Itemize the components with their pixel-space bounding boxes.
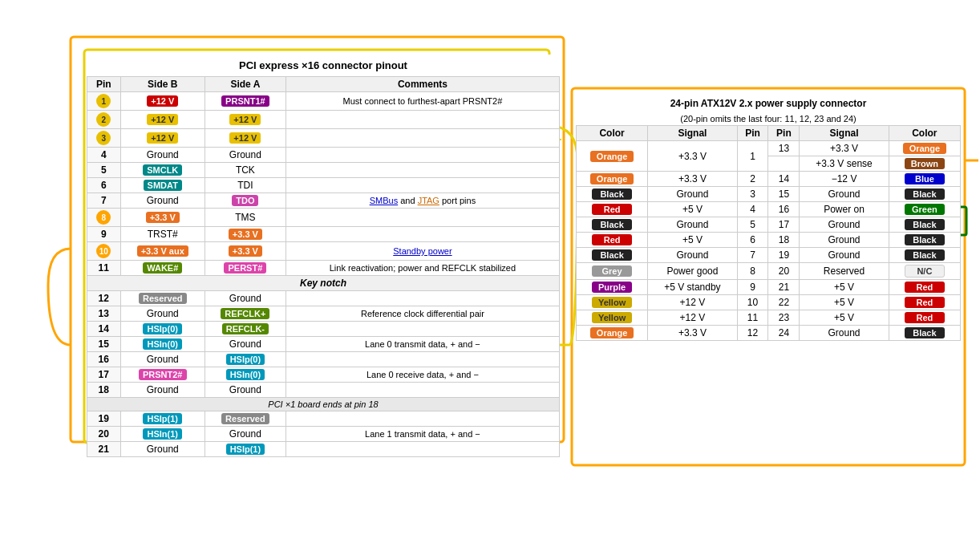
comments-cell: Link reactivation; power and REFCLK stab… xyxy=(285,261,559,276)
atx-color2: Red xyxy=(889,280,960,295)
atx-pin2: 21 xyxy=(768,280,800,295)
atx-pin1: 5 xyxy=(737,217,768,233)
atx-pin1: 11 xyxy=(737,310,768,326)
badge: +12 V xyxy=(229,132,261,144)
atx-signal1: +3.3 V xyxy=(648,141,737,172)
cell-text: TMS xyxy=(235,212,255,223)
atx-pin2-sense xyxy=(768,156,800,172)
atx-col-pin2: Pin xyxy=(768,126,800,141)
comments-cell xyxy=(285,383,559,398)
cell-text: TCK xyxy=(236,164,255,176)
smbus-link[interactable]: SMBus xyxy=(370,196,398,205)
pci-col-sidea: Side A xyxy=(205,77,285,92)
pin-num: 18 xyxy=(87,383,121,398)
color-box: Red xyxy=(592,204,632,215)
atx-color1: Yellow xyxy=(577,310,648,326)
cell-text: Ground xyxy=(147,444,179,455)
cell-text: TRST# xyxy=(148,229,178,240)
atx-pin2: 23 xyxy=(768,310,800,326)
pin-num: 17 xyxy=(87,367,121,383)
color-box: Black xyxy=(905,188,945,200)
pin-num: 19 xyxy=(87,411,121,427)
color-box: Purple xyxy=(592,282,632,293)
pin-circle-yellow: 2 xyxy=(96,112,111,127)
badge: +12 V xyxy=(147,114,178,125)
atx-color1: Black xyxy=(577,248,648,263)
side-a-cell: Ground xyxy=(205,427,285,442)
pci-col-pin: Pin xyxy=(87,77,121,92)
side-a-cell: +3.3 V xyxy=(205,227,285,242)
badge: HSIp(1) xyxy=(226,444,265,455)
atx-color1: Purple xyxy=(577,280,648,295)
atx-pin2: 17 xyxy=(768,217,800,233)
side-b-cell: +12 V xyxy=(120,129,205,148)
cell-text: Ground xyxy=(147,308,179,319)
pin-num: 2 xyxy=(87,111,121,129)
comments-cell: Lane 0 receive data, + and − xyxy=(285,367,559,383)
color-box: Red xyxy=(905,312,945,323)
atx-color2-sense: Brown xyxy=(889,156,960,172)
side-a-cell: Reserved xyxy=(205,411,285,427)
atx-pin2: 20 xyxy=(768,263,800,280)
atx-signal2: Ground xyxy=(800,248,889,263)
badge: REFCLK+ xyxy=(221,308,269,319)
atx-color2: Black xyxy=(889,233,960,248)
atx-color1: Grey xyxy=(577,263,648,280)
pci-col-sideb: Side B xyxy=(120,77,205,92)
side-b-cell: Ground xyxy=(120,148,205,163)
badge: +3.3 V xyxy=(229,245,262,257)
atx-signal2: Ground xyxy=(800,233,889,248)
color-box: Yellow xyxy=(592,312,632,323)
cell-text: Ground xyxy=(229,338,261,350)
atx-signal1: +12 V xyxy=(648,310,737,326)
cell-text: TDI xyxy=(237,180,253,191)
comments-cell: Must connect to furthest-apart PRSNT2# xyxy=(285,92,559,111)
side-a-cell: TDO xyxy=(205,193,285,209)
pci-table: PCI express ×16 connector pinout Pin Sid… xyxy=(87,55,560,457)
side-a-cell: REFCLK+ xyxy=(205,306,285,322)
badge: +12 V xyxy=(147,132,178,144)
atx-color2: Black xyxy=(889,248,960,263)
badge: Reserved xyxy=(221,413,269,424)
atx-color2: Red xyxy=(889,295,960,310)
side-a-cell: HSIp(1) xyxy=(205,442,285,457)
pin-num: 21 xyxy=(87,442,121,457)
atx-signal2: Reserved xyxy=(800,263,889,280)
color-box: Grey xyxy=(592,265,632,277)
comments-cell xyxy=(285,163,559,178)
badge: HSIn(1) xyxy=(143,428,182,440)
badge: HSIn(0) xyxy=(143,338,182,350)
side-b-cell: Ground xyxy=(120,442,205,457)
pin-num: 16 xyxy=(87,352,121,367)
atx-color1: Black xyxy=(577,217,648,233)
badge: WAKE# xyxy=(143,262,182,274)
comments-cell: Lane 1 transmit data, + and − xyxy=(285,427,559,442)
standby-link[interactable]: Standby power xyxy=(393,246,452,256)
atx-signal2: Ground xyxy=(800,326,889,341)
cell-text: Ground xyxy=(229,293,261,304)
pci-table-title: PCI express ×16 connector pinout xyxy=(87,55,560,77)
color-box: Black xyxy=(905,249,945,261)
atx-color2: N/C xyxy=(889,263,960,280)
atx-pin1: 12 xyxy=(737,326,768,341)
color-box: Brown xyxy=(905,158,945,169)
side-b-cell: HSIn(0) xyxy=(120,337,205,352)
badge: +3.3 V xyxy=(146,212,180,223)
atx-pin2: 18 xyxy=(768,233,800,248)
badge: +3.3 V xyxy=(229,229,262,240)
badge: HSIp(0) xyxy=(226,354,265,365)
atx-signal1: Ground xyxy=(648,187,737,202)
jtag-link[interactable]: JTAG xyxy=(418,196,439,205)
color-box: Black xyxy=(592,188,632,200)
pin-num: 3 xyxy=(87,129,121,148)
key-notch-row: Key notch xyxy=(87,276,560,291)
side-a-cell: Ground xyxy=(205,337,285,352)
badge: PRSNT1# xyxy=(221,95,269,107)
atx-signal2: Ground xyxy=(800,187,889,202)
atx-pin1: 3 xyxy=(737,187,768,202)
cell-text: Ground xyxy=(229,428,261,440)
side-a-cell: +12 V xyxy=(205,129,285,148)
side-a-cell: Ground xyxy=(205,148,285,163)
atx-title2: (20-pin omits the last four: 11, 12, 23 … xyxy=(577,112,961,126)
atx-pin2: 15 xyxy=(768,187,800,202)
